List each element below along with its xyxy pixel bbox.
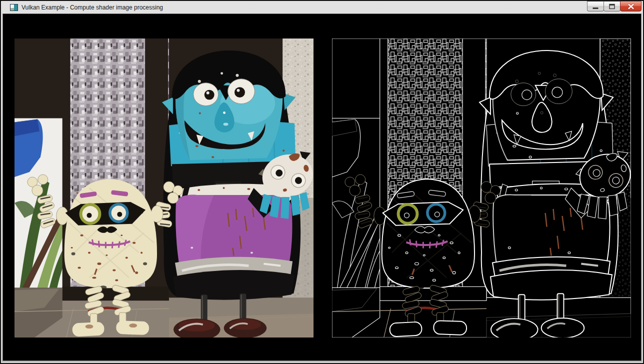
render-client-area[interactable] xyxy=(2,14,642,361)
window-title: Vulkan Example - Compute shader image pr… xyxy=(22,4,163,11)
close-icon xyxy=(628,4,634,10)
mummy-foot-right xyxy=(434,320,467,335)
mummy-glasses xyxy=(383,202,463,226)
maximize-icon xyxy=(609,4,615,10)
app-window: Vulkan Example - Compute shader image pr… xyxy=(0,0,644,364)
close-button[interactable] xyxy=(620,1,642,12)
mummy-foot-left xyxy=(390,322,422,336)
titlebar[interactable]: Vulkan Example - Compute shader image pr… xyxy=(1,1,643,14)
mummy-foot-left xyxy=(72,322,104,336)
edge-detect-output-pane xyxy=(332,38,631,338)
maximize-button[interactable] xyxy=(604,1,620,12)
mummy-foot-right xyxy=(116,320,150,335)
minimize-icon xyxy=(592,3,598,10)
window-controls xyxy=(588,1,642,12)
vulkan-app-icon xyxy=(10,4,18,12)
minimize-button[interactable] xyxy=(587,1,604,12)
original-image-pane xyxy=(14,38,314,338)
